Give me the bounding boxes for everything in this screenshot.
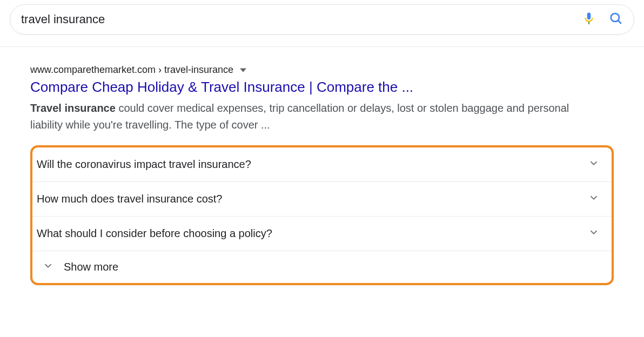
search-result: www.comparethemarket.com › travel-insura… [30, 64, 614, 285]
url-dropdown-icon[interactable] [240, 67, 246, 73]
search-icon[interactable] [609, 11, 623, 28]
result-title-text: Compare Cheap Holiday & Travel Insurance… [30, 79, 413, 95]
chevron-down-icon [588, 192, 600, 206]
faq-item[interactable]: How much does travel insurance cost? [32, 181, 612, 216]
faq-question: What should I consider before choosing a… [37, 227, 272, 240]
faq-question: How much does travel insurance cost? [37, 193, 223, 205]
faq-show-more[interactable]: Show more [32, 251, 612, 283]
result-snippet: Travel insurance could cover medical exp… [30, 100, 576, 133]
faq-item[interactable]: Will the coronavirus impact travel insur… [32, 147, 612, 181]
chevron-down-icon [588, 157, 600, 172]
snippet-bold: Travel insurance [30, 102, 116, 114]
svg-line-2 [618, 21, 621, 24]
svg-point-1 [611, 14, 619, 22]
header-divider [0, 46, 644, 47]
faq-expander-box: Will the coronavirus impact travel insur… [30, 145, 614, 285]
result-url-text: www.comparethemarket.com › travel-insura… [30, 64, 233, 76]
chevron-down-icon [42, 260, 54, 274]
microphone-icon[interactable] [582, 11, 596, 28]
faq-question: Will the coronavirus impact travel insur… [37, 158, 251, 171]
result-url[interactable]: www.comparethemarket.com › travel-insura… [30, 64, 614, 76]
faq-item[interactable]: What should I consider before choosing a… [32, 216, 612, 251]
search-icons [582, 11, 623, 28]
search-input[interactable] [21, 12, 582, 26]
svg-rect-0 [588, 22, 589, 24]
show-more-label: Show more [64, 261, 118, 273]
chevron-down-icon [588, 226, 600, 241]
result-title[interactable]: Compare Cheap Holiday & Travel Insurance… [30, 79, 614, 96]
search-bar [10, 4, 634, 35]
